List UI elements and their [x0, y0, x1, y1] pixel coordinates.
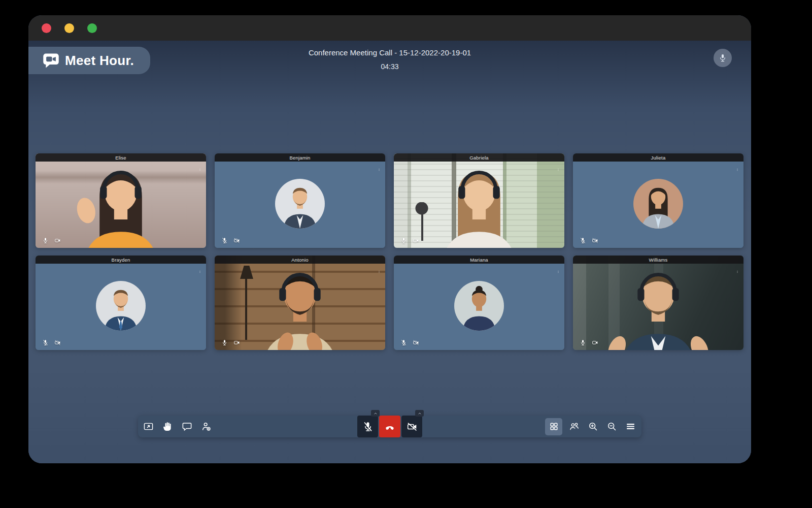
chevron-up-icon[interactable]: [415, 410, 424, 417]
grid-view-icon: [549, 421, 559, 432]
share-screen-button[interactable]: [141, 420, 155, 434]
participant-tile-brayden[interactable]: Brayden: [36, 256, 206, 350]
participant-tile-gabriela[interactable]: Gabriela: [394, 153, 564, 248]
app-window: Meet Hour. Conference Meeting Call - 15-…: [28, 15, 751, 463]
vertical-dots-icon: [198, 268, 201, 275]
zoom-in-button[interactable]: [586, 420, 600, 434]
tile-status: [221, 237, 241, 244]
share-screen-icon: [143, 421, 154, 432]
tile-menu-button[interactable]: [733, 267, 742, 277]
participant-video: [215, 256, 385, 350]
zoom-out-icon: [606, 421, 617, 432]
chat-bubble-camera-icon: [43, 52, 59, 69]
minimize-button[interactable]: [64, 23, 74, 33]
app-logo: Meet Hour.: [28, 47, 150, 74]
tile-menu-button[interactable]: [554, 165, 563, 175]
tile-menu-button[interactable]: [733, 165, 742, 175]
chat-button[interactable]: [180, 420, 194, 434]
tile-menu-button[interactable]: [375, 165, 384, 175]
participant-name: Gabriela: [469, 155, 489, 161]
hang-up-button[interactable]: [379, 416, 400, 437]
toolbar-center-group: [357, 416, 422, 437]
participant-name: Elise: [115, 155, 126, 161]
avatar: [275, 179, 325, 229]
tile-status: [579, 339, 599, 346]
maximize-button[interactable]: [87, 23, 97, 33]
screen: Meet Hour. Conference Meeting Call - 15-…: [0, 0, 812, 508]
tile-name-bar: Benjamin: [215, 153, 385, 162]
microphone-icon: [42, 237, 49, 244]
participant-video: [573, 256, 743, 350]
participant-tile-mariana[interactable]: Mariana: [394, 256, 564, 350]
chat-icon: [182, 421, 192, 432]
raise-hand-button[interactable]: [160, 420, 175, 434]
avatar: [454, 281, 504, 331]
chevron-up-icon[interactable]: [371, 410, 380, 417]
microphone-icon: [400, 237, 408, 244]
tile-status: [400, 237, 420, 244]
tile-name-bar: Antonio: [215, 256, 385, 264]
participant-video: [36, 153, 206, 248]
participant-placeholder: [394, 264, 564, 350]
header-mic-button[interactable]: [714, 49, 732, 67]
participant-name: Benjamin: [289, 155, 310, 161]
tile-menu-button[interactable]: [195, 267, 205, 277]
participant-tile-williams[interactable]: Williams: [573, 256, 743, 350]
participant-name: Brayden: [112, 257, 130, 263]
close-button[interactable]: [42, 23, 51, 33]
camera-muted-icon: [412, 339, 420, 346]
tile-name-bar: Brayden: [36, 256, 206, 264]
tile-view-button[interactable]: [545, 418, 562, 435]
camera-icon: [54, 237, 61, 244]
tile-menu-button[interactable]: [195, 165, 205, 175]
vertical-dots-icon: [736, 166, 739, 173]
participant-tile-elise[interactable]: Elise: [36, 153, 206, 248]
microphone-muted-icon: [221, 237, 228, 244]
microphone-icon: [718, 53, 727, 62]
vertical-dots-icon: [557, 268, 560, 275]
microphone-muted-icon: [579, 237, 587, 244]
tile-status: [42, 237, 61, 244]
avatar: [633, 179, 683, 229]
microphone-icon: [579, 339, 587, 346]
participants-button[interactable]: [567, 420, 581, 434]
zoom-in-icon: [588, 421, 598, 432]
participant-placeholder: [573, 162, 743, 248]
zoom-out-button[interactable]: [604, 420, 619, 434]
tile-name-bar: Mariana: [394, 256, 564, 264]
tile-menu-button[interactable]: [554, 267, 563, 277]
camera-muted-icon: [591, 237, 599, 244]
call-toolbar: [138, 416, 641, 437]
participant-video: [394, 153, 564, 248]
tile-status: [42, 339, 61, 346]
more-menu-button[interactable]: [623, 420, 637, 434]
hang-up-phone-icon: [384, 421, 395, 432]
participant-grid: Elise Benjamin Gabriela: [36, 153, 743, 350]
toolbar-right-group: [545, 418, 637, 435]
participant-placeholder: [215, 162, 385, 248]
vertical-dots-icon: [736, 268, 739, 275]
window-titlebar: [28, 15, 751, 41]
microphone-muted-icon: [42, 339, 49, 346]
logo-text: Meet Hour.: [65, 53, 134, 69]
meeting-app: Meet Hour. Conference Meeting Call - 15-…: [28, 41, 751, 463]
tile-name-bar: Williams: [573, 256, 743, 264]
mute-microphone-button[interactable]: [357, 416, 378, 437]
camera-icon: [591, 339, 599, 346]
camera-muted-icon: [407, 421, 418, 432]
participant-figure: [244, 256, 356, 350]
participant-tile-antonio[interactable]: Antonio: [215, 256, 385, 350]
mute-camera-button[interactable]: [401, 416, 422, 437]
participant-tile-julieta[interactable]: Julieta: [573, 153, 743, 248]
participant-name: Antonio: [291, 257, 309, 263]
participant-tile-benjamin[interactable]: Benjamin: [215, 153, 385, 248]
microphone-muted-icon: [362, 421, 374, 432]
vertical-dots-icon: [378, 268, 381, 275]
avatar: [96, 281, 146, 331]
invite-participant-button[interactable]: [199, 420, 213, 434]
raise-hand-icon: [162, 421, 173, 432]
vertical-dots-icon: [378, 166, 381, 173]
tile-menu-button[interactable]: [375, 267, 384, 277]
add-person-icon: [201, 421, 212, 432]
window-controls: [42, 23, 97, 33]
